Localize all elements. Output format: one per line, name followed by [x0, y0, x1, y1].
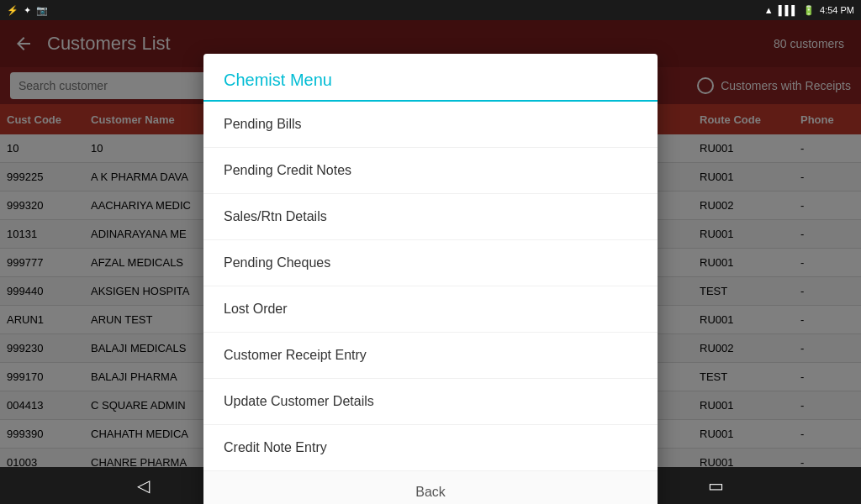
menu-item[interactable]: Pending Bills	[203, 102, 658, 148]
chemist-menu-modal: Chemist Menu Pending BillsPending Credit…	[203, 54, 658, 504]
status-icons-left: ⚡ ✦ 📷	[7, 5, 48, 16]
nav-back-icon[interactable]: ◁	[137, 475, 150, 496]
nav-recent-icon[interactable]: ▭	[708, 475, 724, 496]
camera-icon: 📷	[36, 5, 48, 16]
signal-icon: ▌▌▌	[779, 5, 798, 15]
menu-item[interactable]: Customer Receipt Entry	[203, 333, 658, 379]
time-display: 4:54 PM	[820, 5, 854, 15]
menu-item[interactable]: Pending Credit Notes	[203, 148, 658, 194]
menu-item[interactable]: Lost Order	[203, 286, 658, 333]
modal-title: Chemist Menu	[203, 54, 658, 102]
bluetooth-icon: ✦	[24, 5, 31, 16]
battery-icon: 🔋	[803, 5, 815, 16]
status-bar: ⚡ ✦ 📷 ▲ ▌▌▌ 🔋 4:54 PM	[0, 0, 861, 20]
menu-item[interactable]: Pending Cheques	[203, 240, 658, 286]
menu-item[interactable]: Update Customer Details	[203, 379, 658, 425]
status-icons-right: ▲ ▌▌▌ 🔋 4:54 PM	[764, 5, 854, 16]
modal-overlay: Chemist Menu Pending BillsPending Credit…	[0, 20, 861, 467]
menu-items-container: Pending BillsPending Credit NotesSales/R…	[203, 102, 658, 471]
back-button-modal[interactable]: Back	[203, 471, 658, 504]
menu-item[interactable]: Credit Note Entry	[203, 425, 658, 471]
usb-icon: ⚡	[7, 5, 18, 16]
menu-item[interactable]: Sales/Rtn Details	[203, 194, 658, 240]
wifi-icon: ▲	[764, 5, 774, 15]
